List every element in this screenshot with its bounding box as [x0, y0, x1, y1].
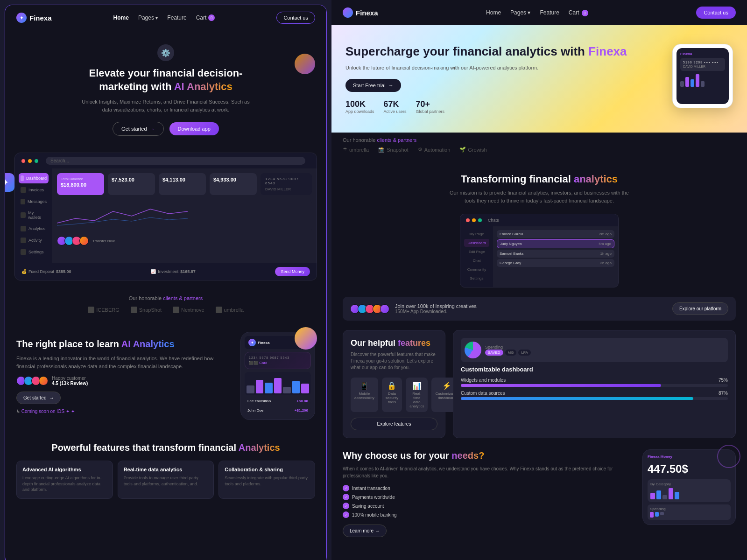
explore-platform-button[interactable]: Explore our platform [672, 302, 728, 315]
bar-4 [274, 378, 282, 394]
hero-title: Elevate your financial decision- marketi… [68, 67, 264, 93]
check-icon-2: ✓ [343, 494, 349, 500]
community-left: Join over 100k of inspiring creatives 15… [350, 303, 477, 314]
feature-realtime-desc: Provide tools to manage user third-party… [124, 475, 208, 487]
features-title: Powerful features that transform financi… [16, 442, 315, 453]
contact-button[interactable]: Contact us [276, 12, 315, 24]
explore-features-button[interactable]: Explore features [351, 418, 437, 430]
stat-downloads: 100K App downloads [345, 99, 374, 114]
right-hero-btns: Start Free trial → [345, 79, 663, 92]
clients-label: Our honorable clients & partners [16, 295, 315, 301]
dot-red [21, 159, 25, 163]
start-trial-button[interactable]: Start Free trial → [345, 79, 401, 92]
coming-soon: ↳ Coming soon on iOS ✦ ✦ [16, 409, 231, 414]
progress-label-2: Custom data sources 87% [461, 391, 728, 396]
check-icon-1: ✓ [343, 485, 349, 491]
card-holder: DAVID MILLER [265, 187, 307, 191]
bar-5 [283, 387, 291, 394]
community-avatars [350, 304, 389, 314]
logo-icon: ✦ [16, 13, 27, 23]
progress-items: Widgets and modules 75% Custom data sour… [461, 378, 728, 400]
stat-users-label: Active users [384, 109, 407, 114]
nextmove-icon [173, 307, 179, 313]
stat-downloads-label: App downloads [345, 109, 374, 114]
transform-nav-mypage: My Page [464, 230, 489, 238]
bar-2 [256, 380, 264, 393]
left-nav: ✦ Finexa Home Pages ▾ Feature Cart 0 Con… [5, 5, 326, 30]
rating-text: Happy customer 4.5 (13k Review) [52, 376, 88, 386]
phone-logo-icon: ✦ [248, 339, 256, 346]
right-hero-text: Supercharge your financial analytics wit… [345, 44, 663, 114]
nav-pages[interactable]: Pages ▾ [138, 14, 158, 21]
stat-card-2: $7,523.00 [108, 173, 155, 195]
right-nav-cart[interactable]: Cart 0 [569, 9, 588, 16]
learn-title: The right place to learn AI Analytics [16, 338, 231, 350]
why-desc: When it comes to AI-driven financial ana… [343, 465, 635, 479]
stat-card-3: $4,113.00 [159, 173, 206, 195]
why-feature-list: ✓ Instant transaction ✓ Payments worldwi… [343, 485, 635, 518]
right-contact-button[interactable]: Contact us [696, 7, 736, 19]
check-icon-4: ✓ [343, 511, 349, 518]
feat-icon-analytics: 📊 Real-time data analytics [406, 378, 428, 412]
right-hero-phone: Finexa 5190 9208 •••• •••• DAVID MILLER [672, 44, 733, 108]
get-started-button[interactable]: Get started → [113, 122, 163, 136]
nav-home[interactable]: Home [113, 14, 129, 21]
nav-feature[interactable]: Feature [167, 14, 186, 21]
wsb-1 [650, 512, 654, 518]
download-button[interactable]: Download app [169, 122, 219, 135]
right-hero-desc: Unlock the future of financial decision-… [345, 64, 663, 72]
bar-1 [247, 385, 254, 393]
avatar-4 [79, 236, 89, 245]
transform-mockup: Chats My Page Dashboard Edit Page Chat C… [460, 214, 619, 287]
credit-card-mini: 1234 5678 9087 6543 DAVID MILLER [261, 173, 312, 195]
transform-section: Transforming financial analytics Our mis… [331, 159, 747, 297]
spending-widget: Spending SAVED MG LPA [461, 338, 728, 362]
learn-get-started-button[interactable]: Get started → [16, 392, 61, 404]
why-spending-chart: By Category [648, 479, 731, 502]
right-hero-highlight: Finexa [588, 44, 627, 58]
why-bar-2 [656, 490, 661, 499]
spending-labels: Spending SAVED MG LPA [485, 345, 531, 356]
client-umbrella: umbrella [216, 307, 244, 313]
community-banner: Join over 100k of inspiring creatives 15… [343, 297, 736, 321]
snapshot-icon-right: 📸 [378, 147, 385, 153]
feature-card-ai: Advanced AI algorithms Leverage cutting-… [16, 461, 113, 499]
progress-bg-1 [461, 384, 728, 387]
snapshot-icon [131, 307, 137, 313]
spending-label-text: Spending [485, 345, 531, 350]
dot-yellow [28, 159, 32, 163]
right-nav-home[interactable]: Home [486, 9, 501, 16]
transform-sidebar: My Page Dashboard Edit Page Chat Communi… [460, 226, 493, 287]
right-nav-pages[interactable]: Pages ▾ [510, 9, 530, 16]
mockup-footer: 💰 Fixed Deposit $385.00 📈 Investment $16… [15, 263, 317, 280]
orb-decoration-bottom [295, 327, 317, 350]
mockup-sidebar: Dashboard Invoices Messages My wallets A… [15, 168, 52, 263]
right-nav-feature[interactable]: Feature [540, 9, 559, 16]
cart-badge: 0 [208, 14, 215, 21]
tab-mg[interactable]: MG [505, 350, 517, 356]
invoices-icon [21, 187, 26, 193]
mockup-search: Search... [46, 157, 305, 165]
learn-more-button[interactable]: Learn more → [343, 525, 387, 537]
ph-bar-5 [701, 81, 705, 87]
why-spending-label: Spending [650, 507, 728, 511]
right-logo: Finexa [343, 7, 378, 18]
tab-saved[interactable]: SAVED [485, 350, 503, 356]
phone-event-1: Lee Transition +$0.00 [245, 397, 311, 405]
transform-desc: Our mission is to provide financial anal… [446, 189, 633, 204]
mobile-icon: 📱 [354, 381, 374, 390]
phone-card-chip: ⬛⬛ Card [249, 361, 307, 365]
nav-cart[interactable]: Cart 0 [196, 14, 215, 21]
feature-card-collab: Collaboration & sharing Seamlessly integ… [218, 461, 315, 499]
why-bar-5 [675, 492, 679, 500]
tab-lpa[interactable]: LPA [518, 350, 531, 356]
hero-buttons: Get started → Download app [16, 122, 315, 136]
feature-ai-desc: Leverage cutting-edge AI algorithms for … [22, 475, 107, 493]
send-money-button[interactable]: Send Money [275, 267, 310, 276]
why-feature-1: ✓ Instant transaction [343, 485, 635, 491]
sidebar-item-settings: Settings [19, 247, 49, 257]
chat-item-1: Franco Garcia 2m ago [497, 230, 614, 238]
community-sub-text: 150M+ App Downloaded. [395, 309, 477, 314]
wsb-2 [655, 512, 659, 517]
transform-nav-community: Community [464, 266, 489, 273]
